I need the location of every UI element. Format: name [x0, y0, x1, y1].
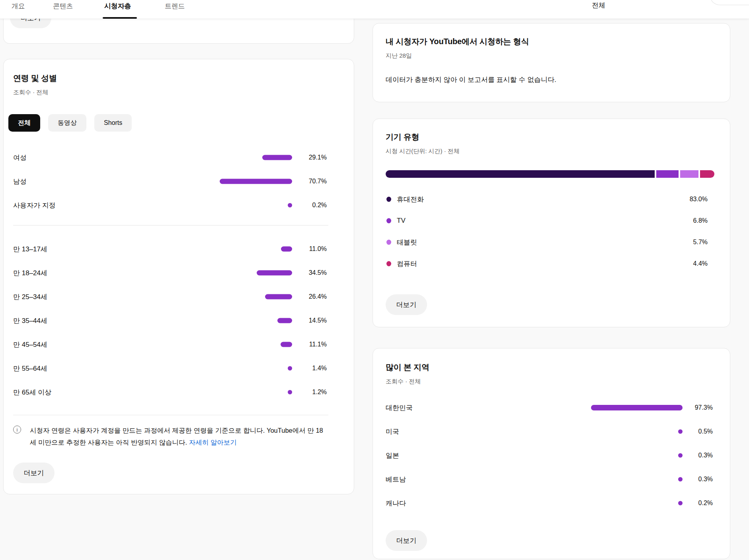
age-row-bar [281, 342, 292, 347]
device-legend-label: 태블릿 [397, 238, 417, 247]
divider [13, 225, 328, 226]
region-row-label: 캐나다 [386, 499, 406, 508]
device-legend-value: 6.8% [693, 217, 708, 224]
age-row-bar [257, 270, 292, 276]
region-row-value: 0.2% [698, 500, 713, 507]
chip-3[interactable]: Shorts [94, 114, 132, 132]
legend-dot-icon [386, 218, 391, 224]
region-row[interactable]: 일본0.3% [373, 443, 731, 467]
region-row-dot [678, 453, 683, 458]
age-row-bar [277, 318, 292, 323]
device-legend-row[interactable]: TV6.8% [386, 210, 713, 231]
tab-4[interactable]: 트렌드 [165, 2, 185, 11]
chip-1[interactable]: 전체 [8, 114, 40, 132]
age-row[interactable]: 만 35–44세14.5% [4, 309, 355, 332]
device-legend-value: 83.0% [690, 196, 708, 203]
tab-1[interactable]: 개요 [12, 2, 25, 11]
active-tab-underline [103, 17, 137, 19]
gender-row-label: 사용자가 지정 [13, 201, 56, 210]
device-type-card: 기기 유형 시청 시간(단위: 시간) · 전체 휴대전화83.0%TV6.8%… [373, 119, 730, 327]
watch-format-card: 내 시청자가 YouTube에서 시청하는 형식 지난 28일 데이터가 충분하… [373, 23, 730, 102]
gender-row[interactable]: 사용자가 지정0.2% [4, 193, 355, 217]
watch-format-title: 내 시청자가 YouTube에서 시청하는 형식 [386, 36, 529, 47]
device-legend-label: TV [397, 217, 406, 225]
legend-dot-icon [386, 197, 391, 202]
region-row-label: 일본 [386, 451, 399, 460]
gender-row-bar [262, 155, 292, 160]
header-filter-label[interactable]: 전체 [592, 1, 605, 10]
age-note: i 시청자 연령은 사용자가 계정을 만드는 과정에서 제공한 연령을 기준으로… [13, 424, 328, 452]
region-row[interactable]: 미국0.5% [373, 420, 731, 443]
gender-row-bar [220, 179, 292, 184]
device-legend-value: 5.7% [693, 239, 708, 246]
tab-2[interactable]: 콘텐츠 [53, 2, 73, 11]
gender-row[interactable]: 여성29.1% [4, 146, 355, 169]
age-gender-title: 연령 및 성별 [13, 73, 57, 84]
top-regions-title: 많이 본 지역 [386, 362, 429, 373]
legend-dot-icon [386, 240, 391, 245]
age-row-label: 만 65세 이상 [13, 388, 51, 397]
age-row[interactable]: 만 13–17세11.0% [4, 237, 355, 261]
gender-rows: 여성29.1%남성70.7%사용자가 지정0.2% [4, 146, 355, 217]
age-row-value: 14.5% [309, 317, 327, 324]
gender-row-label: 남성 [13, 177, 27, 186]
gender-row-dot [288, 203, 292, 208]
device-legend-row[interactable]: 컴퓨터4.4% [386, 253, 713, 274]
region-row-value: 0.5% [698, 428, 713, 435]
chip-2[interactable]: 동영상 [48, 114, 86, 132]
region-row-dot [678, 501, 683, 506]
device-segment-1 [386, 170, 655, 178]
age-row-label: 만 13–17세 [13, 245, 47, 254]
more-button-regions[interactable]: 더보기 [386, 530, 427, 551]
learn-more-link[interactable]: 자세히 알아보기 [189, 439, 237, 446]
gender-row-label: 여성 [13, 153, 27, 162]
region-row-bar [591, 405, 683, 410]
age-rows: 만 13–17세11.0%만 18–24세34.5%만 25–34세26.4%만… [4, 237, 355, 404]
age-row-value: 26.4% [309, 293, 327, 300]
age-note-text: 시청자 연령은 사용자가 계정을 만드는 과정에서 제공한 연령을 기준으로 합… [30, 424, 328, 448]
age-row-value: 11.1% [309, 341, 327, 348]
gender-row-value: 29.1% [309, 154, 327, 161]
gender-row[interactable]: 남성70.7% [4, 169, 355, 193]
more-button-age-gender[interactable]: 더보기 [13, 463, 55, 483]
watch-format-message: 데이터가 충분하지 않아 이 보고서를 표시할 수 없습니다. [386, 75, 556, 84]
device-legend: 휴대전화83.0%TV6.8%태블릿5.7%컴퓨터4.4% [386, 189, 713, 274]
age-row-value: 1.4% [312, 365, 327, 372]
tab-3[interactable]: 시청자층 [104, 2, 131, 11]
device-legend-value: 4.4% [693, 260, 708, 267]
age-gender-chip-row: 전체동영상Shorts [8, 114, 132, 132]
age-row-label: 만 18–24세 [13, 268, 47, 278]
region-row-dot [678, 477, 683, 482]
age-row-dot [288, 390, 292, 395]
top-regions-card: 많이 본 지역 조회수 · 전체 대한민국97.3%미국0.5%일본0.3%베트… [373, 348, 730, 559]
age-row-label: 만 45–54세 [13, 340, 47, 349]
age-row-value: 34.5% [309, 269, 327, 276]
age-row[interactable]: 만 25–34세26.4% [4, 285, 355, 309]
age-row[interactable]: 만 65세 이상1.2% [4, 380, 355, 404]
device-legend-row[interactable]: 태블릿5.7% [386, 231, 713, 253]
gender-row-value: 70.7% [309, 178, 327, 185]
age-row-bar [265, 294, 292, 299]
region-row[interactable]: 캐나다0.2% [373, 491, 731, 515]
region-row-dot [678, 430, 683, 434]
device-legend-row[interactable]: 휴대전화83.0% [386, 189, 713, 210]
age-note-body: 시청자 연령은 사용자가 계정을 만드는 과정에서 제공한 연령을 기준으로 합… [30, 427, 323, 446]
age-row-value: 1.2% [312, 389, 327, 396]
device-segment-3 [680, 170, 698, 178]
age-row[interactable]: 만 45–54세11.1% [4, 332, 355, 356]
info-icon: i [13, 426, 21, 434]
device-stacked-bar [386, 170, 715, 178]
region-row[interactable]: 베트남0.3% [373, 467, 731, 491]
region-rows: 대한민국97.3%미국0.5%일본0.3%베트남0.3%캐나다0.2% [373, 396, 731, 515]
device-segment-2 [656, 170, 678, 178]
region-row-value: 0.3% [698, 476, 713, 483]
age-row[interactable]: 만 55–64세1.4% [4, 356, 355, 380]
gender-row-value: 0.2% [312, 202, 327, 209]
device-legend-label: 휴대전화 [397, 195, 424, 204]
age-row-dot [288, 366, 292, 371]
region-row[interactable]: 대한민국97.3% [373, 396, 731, 420]
age-row[interactable]: 만 18–24세34.5% [4, 261, 355, 285]
age-gender-card: 연령 및 성별 조회수 · 전체 전체동영상Shorts 여성29.1%남성70… [3, 59, 354, 494]
more-button-device[interactable]: 더보기 [386, 294, 427, 315]
top-regions-subtitle: 조회수 · 전체 [386, 378, 421, 385]
